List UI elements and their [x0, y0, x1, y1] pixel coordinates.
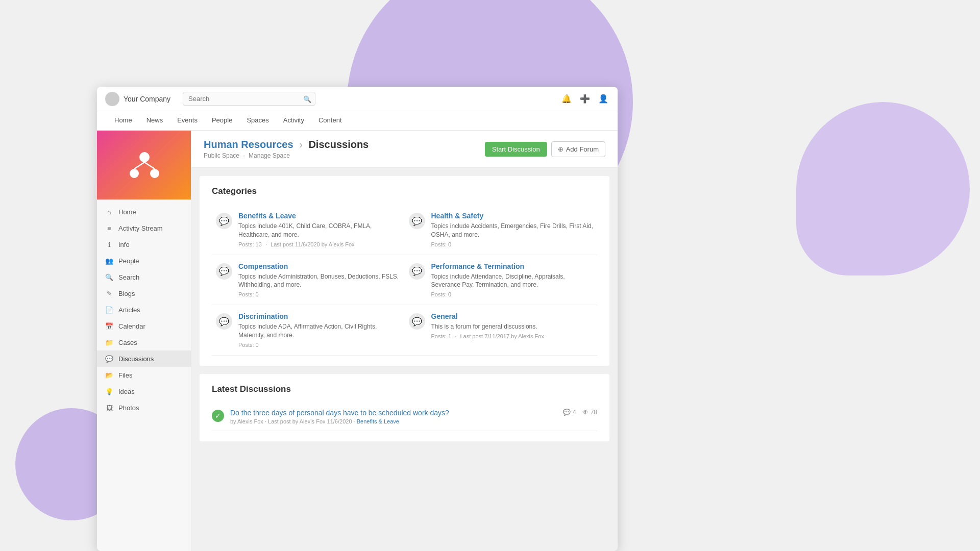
start-discussion-button[interactable]: Start Discussion: [485, 142, 547, 157]
sidebar-item-discussions[interactable]: 💬 Discussions: [97, 350, 191, 367]
content-area: Human Resources › Discussions Public Spa…: [191, 131, 618, 551]
sidebar-item-home[interactable]: ⌂ Home: [97, 204, 191, 220]
discussion-comments-stat: 💬 4: [563, 409, 576, 416]
category-performance[interactable]: 💬 Performance & Termination Topics inclu…: [405, 255, 598, 306]
activity-stream-icon: ≡: [105, 224, 113, 232]
category-name-performance[interactable]: Performance & Termination: [431, 262, 594, 270]
breadcrumb-hr[interactable]: Human Resources: [204, 139, 293, 150]
comment-icon: 💬: [563, 409, 571, 416]
category-benefits-leave[interactable]: 💬 Benefits & Leave Topics include 401K, …: [212, 205, 405, 255]
home-icon: ⌂: [105, 208, 113, 216]
category-meta-discrimination: Posts: 0: [238, 342, 401, 348]
discussion-title-0[interactable]: Do the three days of personal days have …: [230, 409, 557, 417]
category-content-general: General This is a forum for general disc…: [431, 312, 544, 348]
category-name-benefits[interactable]: Benefits & Leave: [238, 212, 401, 220]
sidebar-item-home-label: Home: [118, 208, 136, 216]
discussion-stats-0: 💬 4 👁 78: [563, 409, 597, 416]
category-posts-health: Posts: 0: [431, 241, 452, 247]
nav-spaces[interactable]: Spaces: [239, 111, 276, 131]
space-banner: [97, 131, 191, 199]
category-general[interactable]: 💬 General This is a forum for general di…: [405, 305, 598, 356]
sidebar-item-files-label: Files: [118, 371, 132, 379]
sidebar-item-blogs-label: Blogs: [118, 290, 135, 297]
sidebar-item-ideas[interactable]: 💡 Ideas: [97, 383, 191, 399]
bell-icon[interactable]: 🔔: [560, 93, 573, 105]
nav-people[interactable]: People: [205, 111, 239, 131]
latest-discussions-card: Latest Discussions ✓ Do the three days o…: [200, 374, 609, 441]
category-meta-benefits: Posts: 13 · Last post 11/6/2020 by Alexi…: [238, 241, 401, 247]
category-meta-general: Posts: 1 · Last post 7/11/2017 by Alexis…: [431, 333, 544, 339]
nav-news[interactable]: News: [139, 111, 170, 131]
secondary-nav: Home News Events People Spaces Activity …: [97, 111, 618, 131]
category-icon-compensation: 💬: [216, 263, 232, 280]
category-posts-benefits: Posts: 13: [238, 241, 262, 247]
discussions-icon: 💬: [105, 355, 113, 363]
sidebar-item-articles-label: Articles: [118, 306, 140, 314]
category-content-health: Health & Safety Topics include Accidents…: [431, 212, 594, 247]
sidebar-item-photos[interactable]: 🖼 Photos: [97, 399, 191, 416]
top-nav: Your Company 🔍 🔔 ➕ 👤: [97, 87, 618, 111]
category-compensation[interactable]: 💬 Compensation Topics include Administra…: [212, 255, 405, 306]
category-discrimination[interactable]: 💬 Discrimination Topics include ADA, Aff…: [212, 305, 405, 356]
discussion-lastpost-0: Last post by Alexis Fox 11/6/2020: [268, 418, 352, 424]
sidebar-item-people-label: People: [118, 257, 139, 265]
sidebar-item-calendar-label: Calendar: [118, 322, 145, 330]
sidebar-item-search[interactable]: 🔍 Search: [97, 269, 191, 285]
page-subtitle: Public Space · Manage Space: [204, 152, 369, 159]
sidebar-item-articles[interactable]: 📄 Articles: [97, 302, 191, 318]
category-desc-general: This is a forum for general discussions.: [431, 322, 544, 331]
nav-home[interactable]: Home: [107, 111, 139, 131]
category-icon-benefits: 💬: [216, 213, 232, 229]
sidebar-item-files[interactable]: 📂 Files: [97, 367, 191, 383]
category-name-general[interactable]: General: [431, 312, 544, 320]
calendar-icon: 📅: [105, 322, 113, 330]
category-content-compensation: Compensation Topics include Administrati…: [238, 262, 401, 298]
sidebar-item-cases[interactable]: 📁 Cases: [97, 334, 191, 350]
discussion-meta-0: by Alexis Fox · Last post by Alexis Fox …: [230, 418, 557, 424]
sidebar-item-info[interactable]: ℹ Info: [97, 236, 191, 253]
discussion-author-0: Alexis Fox: [237, 418, 263, 424]
views-icon: 👁: [582, 409, 589, 416]
categories-card: Categories 💬 Benefits & Leave Topics inc…: [200, 176, 609, 366]
nav-content[interactable]: Content: [311, 111, 349, 131]
category-health-safety[interactable]: 💬 Health & Safety Topics include Acciden…: [405, 205, 598, 255]
nav-events[interactable]: Events: [170, 111, 205, 131]
sidebar: ⌂ Home ≡ Activity Stream ℹ Info 👥 People…: [97, 131, 191, 551]
user-icon[interactable]: 👤: [597, 93, 609, 105]
sidebar-item-activity-stream[interactable]: ≡ Activity Stream: [97, 220, 191, 236]
plus-icon[interactable]: ➕: [579, 93, 591, 105]
category-name-compensation[interactable]: Compensation: [238, 262, 401, 270]
discussion-item-0[interactable]: ✓ Do the three days of personal days hav…: [212, 403, 597, 431]
svg-point-1: [130, 169, 139, 178]
svg-line-3: [134, 162, 144, 169]
company-logo[interactable]: Your Company: [105, 92, 170, 106]
info-icon: ℹ: [105, 240, 113, 248]
browser-window: Your Company 🔍 🔔 ➕ 👤 Home News Events Pe…: [97, 87, 618, 551]
sidebar-item-people[interactable]: 👥 People: [97, 253, 191, 269]
cases-icon: 📁: [105, 338, 113, 346]
main-layout: ⌂ Home ≡ Activity Stream ℹ Info 👥 People…: [97, 131, 618, 551]
category-name-discrimination[interactable]: Discrimination: [238, 312, 401, 320]
category-desc-compensation: Topics include Administration, Bonuses, …: [238, 272, 401, 290]
category-desc-performance: Topics include Attendance, Discipline, A…: [431, 272, 594, 290]
search-input[interactable]: [183, 92, 315, 106]
category-icon-discrimination: 💬: [216, 313, 232, 330]
public-space-link[interactable]: Public Space: [204, 152, 239, 159]
manage-space-link[interactable]: Manage Space: [249, 152, 290, 159]
add-forum-button[interactable]: ⊕ Add Forum: [551, 141, 605, 157]
discussion-views-stat: 👁 78: [582, 409, 597, 416]
files-icon: 📂: [105, 371, 113, 379]
category-posts-general: Posts: 1: [431, 333, 452, 339]
sidebar-item-activity-stream-label: Activity Stream: [118, 224, 163, 232]
sidebar-item-calendar[interactable]: 📅 Calendar: [97, 318, 191, 334]
sidebar-item-discussions-label: Discussions: [118, 355, 154, 363]
sidebar-item-ideas-label: Ideas: [118, 388, 135, 395]
sidebar-item-blogs[interactable]: ✎ Blogs: [97, 285, 191, 302]
category-meta-performance: Posts: 0: [431, 291, 594, 297]
discussion-tag-0[interactable]: Benefits & Leave: [357, 418, 399, 424]
nav-activity[interactable]: Activity: [276, 111, 311, 131]
breadcrumb-sep: ›: [299, 139, 303, 150]
discussion-views-count: 78: [591, 409, 597, 416]
category-name-health[interactable]: Health & Safety: [431, 212, 594, 220]
svg-point-2: [150, 169, 159, 178]
